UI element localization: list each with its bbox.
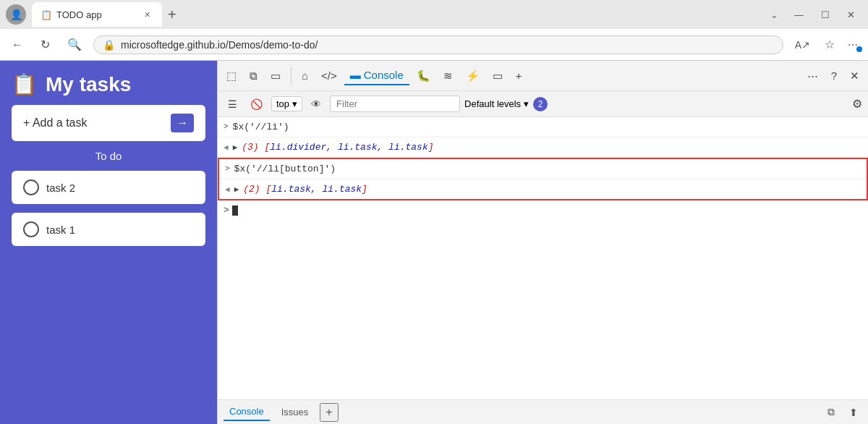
task-checkbox-2[interactable] xyxy=(23,179,39,195)
log-levels-arrow-icon: ▾ xyxy=(524,98,529,109)
console-result-2: (3) [li.divider, li.task, li.task] xyxy=(242,142,433,153)
help-button[interactable]: ? xyxy=(825,67,843,85)
console-toolbar: ☰ 🚫 top ▾ 👁 Default levels ▾ 2 ⚙ xyxy=(218,91,868,117)
upload-button[interactable]: ⬆ xyxy=(845,404,862,421)
message-count-badge: 2 xyxy=(533,97,548,111)
title-bar: 👤 📋 TODO app × + ⌄ — ☐ ✕ xyxy=(0,0,868,29)
add-task-left: + Add a task xyxy=(23,116,88,130)
task-item-1[interactable]: task 1 xyxy=(12,213,205,246)
add-bottom-tab-button[interactable]: + xyxy=(320,403,338,422)
tab-favicon: 📋 xyxy=(41,9,52,20)
more-tools-button[interactable]: ⋯ xyxy=(801,67,824,85)
device-tool-button[interactable]: ⧉ xyxy=(244,67,263,85)
log-levels-selector[interactable]: Default levels ▾ xyxy=(464,98,529,109)
expand-arrow-2[interactable]: ▶ xyxy=(233,143,238,152)
add-task-label: + Add a task xyxy=(23,116,88,130)
browser-more-button[interactable]: ⋯ xyxy=(843,38,862,52)
favorites-button[interactable]: ☆ xyxy=(819,35,841,54)
console-settings-button[interactable]: ⚙ xyxy=(852,97,862,111)
console-tab-label: Console xyxy=(364,69,404,81)
cursor-bar xyxy=(232,205,238,216)
console-bottom-bar: Console Issues + ⧉ ⬆ xyxy=(218,399,868,424)
new-tab-button[interactable]: + xyxy=(162,4,182,26)
notification-dot xyxy=(856,46,862,52)
refresh-button[interactable]: ↻ xyxy=(35,35,56,54)
devtools-panel: ⬚ ⧉ ▭ ⌂ </> ▬ Console 🐛 ≋ ⚡ ▭ + ⋯ ? ✕ xyxy=(217,61,868,424)
context-arrow-icon: ▾ xyxy=(292,98,297,109)
context-selector[interactable]: top ▾ xyxy=(271,96,302,111)
cursor-line[interactable]: > xyxy=(218,200,868,220)
sidebar-toggle-button[interactable]: ☰ xyxy=(224,96,242,112)
bottom-issues-tab[interactable]: Issues xyxy=(276,404,315,420)
address-url: microsoftedge.github.io/Demos/demo-to-do… xyxy=(121,39,774,51)
elements-tool-button[interactable]: ⌂ xyxy=(296,67,314,85)
console-command-3[interactable]: $x('//li[button]') xyxy=(234,164,336,174)
browser-tab[interactable]: 📋 TODO app × xyxy=(32,2,162,27)
task-text-2: task 2 xyxy=(46,182,75,194)
tab-close-button[interactable]: × xyxy=(142,7,153,22)
todo-title: My tasks xyxy=(46,73,131,96)
expand-arrow-4[interactable]: ▶ xyxy=(234,185,239,194)
clear-console-button[interactable]: 🚫 xyxy=(246,96,267,112)
console-line-4: ◀ ▶ (2) [li.task, li.task] xyxy=(219,179,867,199)
add-tool-button[interactable]: + xyxy=(510,67,528,85)
debugger-tool-button[interactable]: 🐛 xyxy=(411,67,436,85)
title-bar-left: 👤 📋 TODO app × + xyxy=(6,2,182,27)
section-label: To do xyxy=(12,150,205,162)
log-levels-label: Default levels xyxy=(464,98,521,109)
context-label: top xyxy=(276,98,289,109)
back-button[interactable]: ← xyxy=(6,35,29,54)
main-area: 📋 My tasks + Add a task → To do task 2 t… xyxy=(0,61,868,424)
console-output: > $x('//li') ◀ ▶ (3) [li.divider, li.tas… xyxy=(218,117,868,399)
console-line-2: ◀ ▶ (3) [li.divider, li.task, li.task] xyxy=(218,137,868,158)
address-bar: ← ↻ 🔍 🔒 microsoftedge.github.io/Demos/de… xyxy=(0,29,868,61)
console-line-3: > $x('//li[button]') xyxy=(219,159,867,179)
browser-chrome: 👤 📋 TODO app × + ⌄ — ☐ ✕ ← ↻ 🔍 🔒 microso… xyxy=(0,0,868,424)
console-tool-button[interactable]: ▬ Console xyxy=(344,66,409,85)
window-close-button[interactable]: ✕ xyxy=(840,7,862,23)
devtools-toolbar: ⬚ ⧉ ▭ ⌂ </> ▬ Console 🐛 ≋ ⚡ ▭ + ⋯ ? ✕ xyxy=(218,61,868,91)
browser-ext-icons: A↗ ☆ ⋯ xyxy=(789,35,862,54)
chevron-icon: ⌄ xyxy=(765,7,784,23)
window-controls: ⌄ — ☐ ✕ xyxy=(765,7,862,23)
cursor-caret: > xyxy=(224,205,229,216)
bottom-console-tab[interactable]: Console xyxy=(224,403,270,421)
todo-panel: 📋 My tasks + Add a task → To do task 2 t… xyxy=(0,61,217,424)
read-aloud-button[interactable]: A↗ xyxy=(789,36,816,54)
task-checkbox-1[interactable] xyxy=(23,221,39,237)
memory-tool-button[interactable]: ▭ xyxy=(487,67,509,85)
sources-tool-button[interactable]: </> xyxy=(315,67,343,85)
result-arrow-4[interactable]: ◀ xyxy=(225,185,230,194)
lock-icon: 🔒 xyxy=(103,39,115,51)
input-caret-1: > xyxy=(224,122,229,131)
console-icon: ▬ xyxy=(350,69,361,81)
todo-icon: 📋 xyxy=(12,72,37,96)
highlighted-console-group: > $x('//li[button]') ◀ ▶ (2) [li.task, l… xyxy=(218,158,868,200)
maximize-button[interactable]: ☐ xyxy=(814,7,837,23)
toolbar-separator xyxy=(291,67,292,85)
console-result-4: (2) [li.task, li.task] xyxy=(243,184,367,195)
console-line-1: > $x('//li') xyxy=(218,117,868,137)
layout-tool-button[interactable]: ▭ xyxy=(265,67,286,85)
add-task-button[interactable]: + Add a task → xyxy=(12,105,205,141)
task-text-1: task 1 xyxy=(46,224,75,236)
minimize-button[interactable]: — xyxy=(787,7,811,23)
tab-title: TODO app xyxy=(56,9,137,20)
performance-tool-button[interactable]: ⚡ xyxy=(460,67,485,85)
console-command-1[interactable]: $x('//li') xyxy=(233,122,289,132)
filter-input[interactable] xyxy=(330,96,460,112)
add-task-arrow: → xyxy=(171,114,194,132)
profile-icon[interactable]: 👤 xyxy=(6,4,26,25)
todo-header: 📋 My tasks xyxy=(12,72,205,96)
search-button[interactable]: 🔍 xyxy=(61,35,88,54)
dock-button[interactable]: ⧉ xyxy=(823,403,839,421)
network-tool-button[interactable]: ≋ xyxy=(438,67,459,85)
inspect-tool-button[interactable]: ⬚ xyxy=(221,67,242,85)
address-input-wrap[interactable]: 🔒 microsoftedge.github.io/Demos/demo-to-… xyxy=(93,35,783,54)
input-caret-3: > xyxy=(225,164,230,173)
eye-button[interactable]: 👁 xyxy=(307,96,326,112)
task-item-2[interactable]: task 2 xyxy=(12,171,205,204)
tab-bar: 📋 TODO app × + xyxy=(32,2,182,27)
devtools-close-button[interactable]: ✕ xyxy=(844,67,865,85)
result-arrow-2[interactable]: ◀ xyxy=(224,143,229,152)
